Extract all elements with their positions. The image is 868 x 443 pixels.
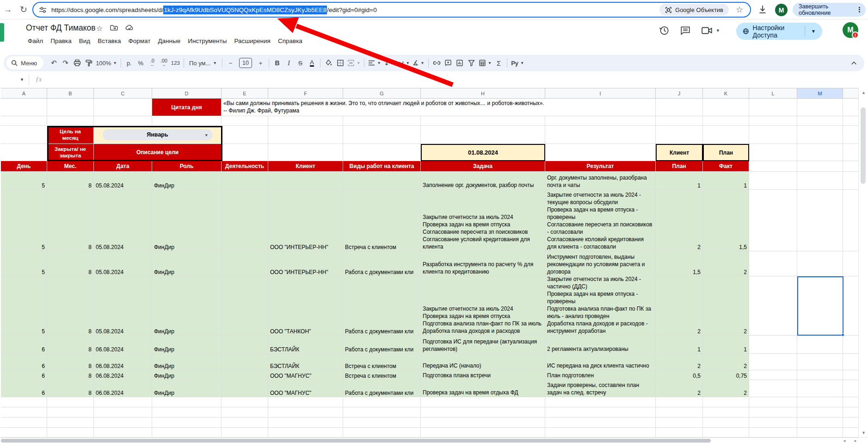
cell[interactable] — [797, 251, 843, 276]
cell-result[interactable]: Закрытие отчетности за июль 2024 - текущ… — [545, 190, 656, 251]
cell[interactable] — [421, 116, 545, 126]
cell[interactable] — [749, 161, 797, 172]
goal-desc-cell[interactable]: Описание цели — [94, 144, 222, 161]
cell-fact[interactable]: 1 — [703, 172, 749, 190]
collapse-toolbar-icon[interactable] — [848, 57, 860, 69]
cell-client[interactable]: ООО "ИНТЕРЬЕР-НН" — [268, 251, 343, 276]
cell-work-type[interactable]: Встреча с клиентом — [343, 354, 421, 370]
cell-role[interactable]: ФинДир — [152, 370, 222, 380]
cell-activity[interactable] — [222, 418, 268, 428]
plan-header-cell[interactable]: План — [703, 144, 749, 161]
cell-task[interactable]: Разработка инструмента по расчету % для … — [421, 251, 545, 276]
cell-plan[interactable] — [656, 397, 703, 407]
cell-task[interactable] — [421, 428, 545, 437]
cell-date[interactable]: 05.08.2024 — [94, 190, 152, 251]
cell[interactable] — [797, 397, 843, 407]
scroll-down-icon[interactable]: ▼ — [859, 428, 868, 437]
number-format-button[interactable]: 123 — [170, 57, 181, 69]
cell-date[interactable]: 06.08.2024 — [94, 336, 152, 354]
header-result[interactable]: Результат — [545, 161, 656, 172]
horizontal-align-button[interactable]: ▼ — [367, 57, 382, 69]
vertical-align-button[interactable]: ↧▼ — [382, 57, 397, 69]
cell-result[interactable]: ИС передана на диск клиента частично — [545, 354, 656, 370]
cell-month[interactable]: 8 — [47, 380, 94, 397]
horizontal-scroll-thumb[interactable] — [1, 439, 711, 443]
redo-button[interactable]: ↷ — [60, 57, 71, 69]
text-color-button[interactable]: A — [306, 57, 318, 69]
undo-button[interactable]: ↶ — [48, 57, 60, 69]
cell-date[interactable]: 05.08.2024 — [94, 251, 152, 276]
column-header-l[interactable]: L — [749, 88, 797, 99]
column-header-g[interactable]: G — [343, 88, 421, 99]
cell-fact[interactable]: 0,75 — [703, 370, 749, 380]
cell-fact[interactable] — [703, 418, 749, 428]
cell-activity[interactable] — [222, 428, 268, 437]
font-select[interactable]: По ум...▼ — [186, 57, 220, 69]
cell-role[interactable]: ФинДир — [152, 354, 222, 370]
cell-role[interactable]: ФинДир — [152, 336, 222, 354]
cell[interactable] — [749, 380, 797, 397]
google-lens-chip[interactable]: Google Объектив — [659, 4, 729, 16]
cell[interactable] — [268, 116, 343, 126]
meet-camera-button[interactable]: ▼ — [701, 25, 720, 36]
cell-plan[interactable]: 1 — [656, 172, 703, 190]
cell[interactable] — [152, 116, 222, 126]
header-client[interactable]: Клиент — [268, 161, 343, 172]
menu-view[interactable]: Вид — [75, 36, 94, 46]
bookmark-star-icon[interactable]: ☆ — [733, 4, 745, 16]
search-menu-button[interactable]: Меню — [6, 56, 43, 69]
cell-work-type[interactable]: Встреча с клиентом — [343, 370, 421, 380]
cell-result[interactable] — [545, 397, 656, 407]
cell-work-type[interactable] — [343, 428, 421, 437]
cell[interactable] — [94, 116, 152, 126]
scroll-right-icon[interactable]: ▸ — [851, 438, 860, 443]
address-bar[interactable]: https://docs.google.com/spreadsheets/d/1… — [32, 2, 751, 18]
cell[interactable] — [749, 418, 797, 428]
cell-fact[interactable]: 2 — [703, 380, 749, 397]
cell[interactable] — [656, 116, 703, 126]
cell[interactable] — [749, 354, 797, 370]
cell-result[interactable] — [545, 407, 656, 418]
merge-cells-button[interactable]: ▼ — [346, 57, 362, 69]
cell-task[interactable] — [421, 418, 545, 428]
cell[interactable] — [656, 126, 703, 144]
cell-work-type[interactable] — [343, 407, 421, 418]
cell-fact[interactable] — [703, 407, 749, 418]
menu-edit[interactable]: Правка — [47, 36, 75, 46]
comments-icon[interactable] — [680, 25, 691, 36]
bold-button[interactable]: B — [271, 57, 283, 69]
cell-month[interactable]: 8 — [47, 336, 94, 354]
increase-font-size-button[interactable]: + — [255, 57, 266, 69]
cell-date[interactable] — [94, 428, 152, 437]
cell[interactable] — [749, 116, 797, 126]
cell[interactable] — [749, 251, 797, 276]
header-activity[interactable]: Деятельность — [222, 161, 268, 172]
cell[interactable] — [703, 99, 749, 116]
cell[interactable] — [749, 99, 797, 116]
cell[interactable] — [703, 126, 749, 144]
cell[interactable] — [749, 126, 797, 144]
cell[interactable] — [797, 144, 843, 161]
cell[interactable] — [797, 428, 843, 437]
decrease-decimal-button[interactable]: .0← — [147, 57, 158, 69]
cell[interactable] — [749, 144, 797, 161]
column-header-b[interactable]: B — [47, 88, 94, 99]
cell[interactable] — [797, 126, 843, 144]
cell-month[interactable]: 8 — [47, 354, 94, 370]
cell-role[interactable] — [152, 418, 222, 428]
cell[interactable] — [797, 116, 843, 126]
cell-fact[interactable] — [703, 428, 749, 437]
cell[interactable] — [749, 428, 797, 437]
version-history-icon[interactable] — [659, 25, 670, 36]
cell-day[interactable] — [1, 418, 47, 428]
cell-task[interactable]: Заполнение орг. документов, разбор почты — [421, 172, 545, 190]
column-header-d[interactable]: D — [152, 88, 222, 99]
cell[interactable] — [1, 126, 47, 144]
cell-plan[interactable] — [656, 418, 703, 428]
cell-client[interactable] — [268, 407, 343, 418]
cell[interactable] — [268, 144, 343, 161]
cell[interactable] — [222, 126, 268, 144]
horizontal-scrollbar[interactable]: ◂ ▸ — [0, 437, 868, 443]
cell-activity[interactable] — [222, 407, 268, 418]
cell-activity[interactable] — [222, 336, 268, 354]
